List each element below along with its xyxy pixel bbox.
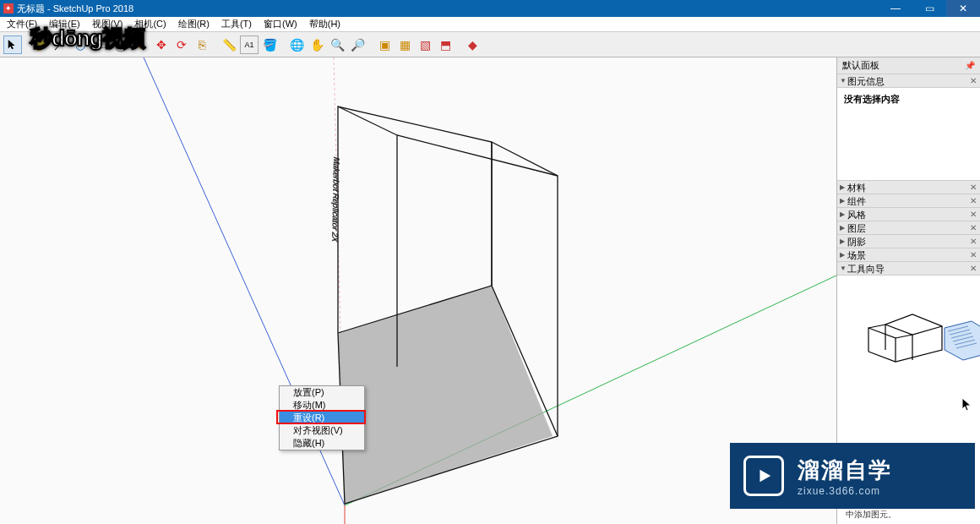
cursor-icon <box>961 397 973 412</box>
tool-warehouse[interactable]: ⬒ <box>436 35 455 54</box>
panel-close-icon[interactable]: ✕ <box>970 262 977 276</box>
toolbar: 🧽 ／ ◡ ▭ ◯ ⬍ ✥ ⟳ ⎘ 📏 A1 🪣 🌐 ✋ 🔍 🔎 ▣ ▦ ▧ ⬒… <box>0 32 980 57</box>
close-button[interactable]: ✕ <box>946 0 980 17</box>
panel-shadows-label: 阴影 <box>847 235 866 248</box>
tool-front[interactable]: ▦ <box>395 35 414 54</box>
panel-styles-label: 风格 <box>847 208 866 221</box>
instructor-hint-2: 中添加图元。 <box>846 509 936 521</box>
tool-extension[interactable]: ◆ <box>463 35 482 54</box>
panel-layers[interactable]: ▶ 图层 ✕ <box>837 221 980 235</box>
tray-title-bar[interactable]: 默认面板 📌 <box>837 57 980 74</box>
panel-close-icon[interactable]: ✕ <box>970 221 977 235</box>
tool-paint[interactable]: 🪣 <box>260 35 279 54</box>
collapse-icon: ▶ <box>840 208 845 221</box>
highlight-box <box>276 410 366 424</box>
panel-materials-label: 材料 <box>847 181 866 194</box>
panel-close-icon[interactable]: ✕ <box>970 74 977 88</box>
panel-entity-info[interactable]: ▼ 图元信息 ✕ <box>837 74 980 88</box>
collapse-icon: ▶ <box>840 181 845 194</box>
collapse-icon: ▶ <box>840 194 845 208</box>
tool-tape[interactable]: 📏 <box>220 35 238 54</box>
collapse-icon: ▶ <box>840 221 845 235</box>
menu-window[interactable]: 窗口(W) <box>260 17 301 31</box>
app-icon: ✦ <box>3 3 14 14</box>
panel-close-icon[interactable]: ✕ <box>970 248 977 262</box>
tray-pin-icon[interactable]: 📌 <box>965 61 975 70</box>
play-icon <box>743 456 784 496</box>
brand-title: 溜溜自学 <box>798 456 892 485</box>
collapse-icon: ▶ <box>840 235 845 248</box>
panel-layers-label: 图层 <box>847 221 866 235</box>
viewport-3d[interactable]: Makerbot Replicator 2X 放置(P) 移动(M) 重设(R)… <box>0 57 836 524</box>
tool-orbit[interactable]: 🌐 <box>287 35 306 54</box>
tool-move[interactable]: ✥ <box>152 35 171 54</box>
brand-overlay: 溜溜自学 zixue.3d66.com <box>730 443 975 509</box>
scene-drawing <box>0 57 836 524</box>
tool-top[interactable]: ▧ <box>416 35 434 54</box>
panel-close-icon[interactable]: ✕ <box>970 181 977 194</box>
svg-marker-5 <box>945 321 980 360</box>
expand-icon: ▼ <box>840 74 847 88</box>
context-item-hide[interactable]: 隐藏(H) <box>280 437 364 450</box>
menubar: 文件(F) 编辑(E) 视图(V) 相机(C) 绘图(R) 工具(T) 窗口(W… <box>0 17 980 32</box>
panel-materials[interactable]: ▶ 材料 ✕ <box>837 181 980 194</box>
titlebar: ✦ 无标题 - SketchUp Pro 2018 ― ▭ ✕ <box>0 0 980 17</box>
tool-offset[interactable]: ⎘ <box>193 35 211 54</box>
tool-text[interactable]: A1 <box>240 35 259 54</box>
brand-url: zixue.3d66.com <box>798 485 892 497</box>
tray-title: 默认面板 <box>842 59 879 72</box>
context-item-place[interactable]: 放置(P) <box>280 386 364 399</box>
panel-entity-info-label: 图元信息 <box>847 74 885 88</box>
panel-close-icon[interactable]: ✕ <box>970 208 977 221</box>
menu-help[interactable]: 帮助(H) <box>306 17 344 31</box>
tool-pan[interactable]: ✋ <box>308 35 326 54</box>
tool-zoom[interactable]: 🔍 <box>328 35 346 54</box>
watermark-logo: 秒dōng视频 <box>30 24 144 53</box>
tool-select[interactable] <box>3 35 22 54</box>
minimize-button[interactable]: ― <box>879 0 912 17</box>
expand-icon: ▼ <box>840 262 847 276</box>
panel-instructor[interactable]: ▼ 工具向导 ✕ <box>837 262 980 276</box>
window-title: 无标题 - SketchUp Pro 2018 <box>17 3 133 15</box>
menu-tools[interactable]: 工具(T) <box>218 17 255 31</box>
panel-shadows[interactable]: ▶ 阴影 ✕ <box>837 235 980 248</box>
tool-rotate[interactable]: ⟳ <box>172 35 191 54</box>
instructor-illustration-icon <box>862 301 980 377</box>
panel-instructor-label: 工具向导 <box>847 262 885 276</box>
tool-iso[interactable]: ▣ <box>375 35 394 54</box>
panel-components[interactable]: ▶ 组件 ✕ <box>837 194 980 208</box>
window-controls: ― ▭ ✕ <box>879 0 980 17</box>
entity-info-body: 没有选择内容 <box>837 88 980 181</box>
panel-scenes-label: 场景 <box>847 248 866 262</box>
menu-draw[interactable]: 绘图(R) <box>175 17 213 31</box>
collapse-icon: ▶ <box>840 248 845 262</box>
watermark-text: 秒dōng视频 <box>30 25 144 51</box>
panel-close-icon[interactable]: ✕ <box>970 194 977 208</box>
tool-zoom-extents[interactable]: 🔎 <box>348 35 367 54</box>
panel-styles[interactable]: ▶ 风格 ✕ <box>837 208 980 221</box>
entity-info-text: 没有选择内容 <box>844 94 900 104</box>
svg-marker-4 <box>338 286 553 504</box>
maximize-button[interactable]: ▭ <box>912 0 946 17</box>
panel-close-icon[interactable]: ✕ <box>970 235 977 248</box>
panel-components-label: 组件 <box>847 194 866 208</box>
panel-scenes[interactable]: ▶ 场景 ✕ <box>837 248 980 262</box>
context-item-align[interactable]: 对齐视图(V) <box>280 424 364 437</box>
face-label: Makerbot Replicator 2X <box>330 156 341 243</box>
